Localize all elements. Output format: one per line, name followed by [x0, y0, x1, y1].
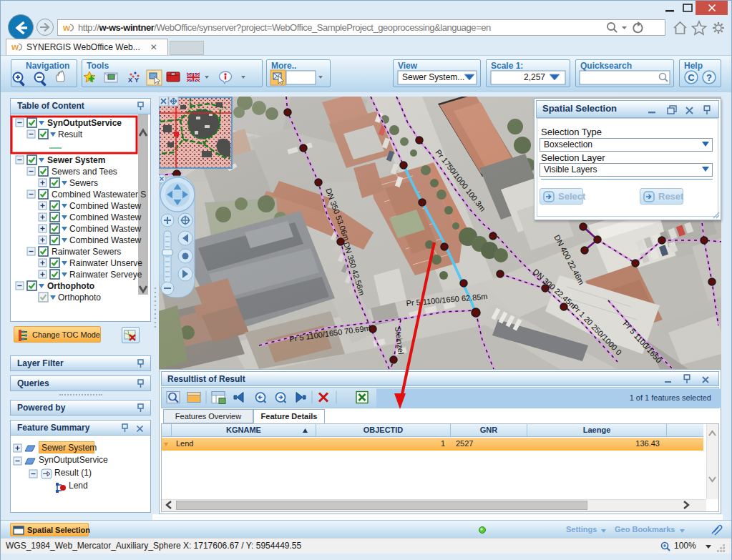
svg-text:X: X	[128, 77, 132, 84]
svg-text:1 of 1 features selected: 1 of 1 features selected	[630, 393, 711, 402]
svg-text:?: ?	[706, 72, 712, 83]
svg-text:Sewer System...: Sewer System...	[402, 72, 464, 82]
svg-text:w: w	[11, 41, 19, 52]
svg-text:C: C	[688, 72, 695, 83]
svg-text:Y: Y	[135, 77, 139, 84]
svg-text:2,257: 2,257	[524, 72, 545, 82]
svg-text:w: w	[63, 22, 71, 33]
